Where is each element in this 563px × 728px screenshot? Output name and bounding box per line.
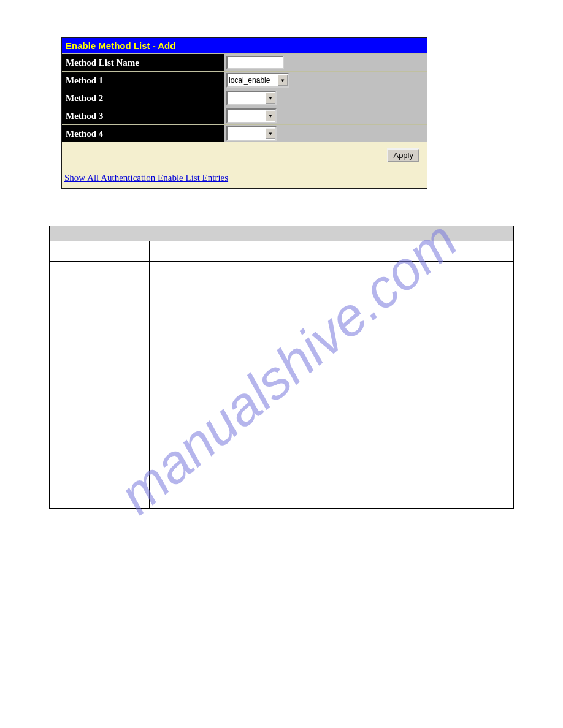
table-header-col1 [50, 241, 150, 262]
method-1-selected: local_enable [229, 76, 270, 85]
row-method-1: Method 1 local_enable ▼ [62, 71, 427, 89]
method-3-select[interactable]: ▼ [226, 108, 277, 123]
row-method-list-name: Method List Name [62, 53, 427, 71]
top-rule [49, 25, 514, 25]
chevron-down-icon: ▼ [266, 128, 275, 139]
label-method-4: Method 4 [62, 125, 224, 142]
chevron-down-icon: ▼ [266, 110, 275, 121]
method-list-name-input[interactable] [226, 56, 284, 69]
cell-method-1: local_enable ▼ [224, 72, 427, 89]
cell-method-4: ▼ [224, 125, 427, 142]
table-body-col1 [50, 262, 150, 509]
chevron-down-icon: ▼ [266, 93, 275, 104]
table-body-col2 [150, 262, 514, 509]
chevron-down-icon: ▼ [278, 75, 288, 86]
row-method-3: Method 3 ▼ [62, 107, 427, 124]
row-method-2: Method 2 ▼ [62, 89, 427, 107]
row-method-4: Method 4 ▼ [62, 124, 427, 142]
apply-button[interactable]: Apply [387, 148, 419, 162]
description-table [49, 226, 514, 509]
label-method-1: Method 1 [62, 72, 224, 89]
method-1-select[interactable]: local_enable ▼ [226, 73, 289, 88]
panel-footer: Apply Show All Authentication Enable Lis… [62, 142, 427, 188]
label-method-3: Method 3 [62, 107, 224, 124]
table-header-col2 [150, 241, 514, 262]
table-title-row [50, 226, 514, 241]
enable-method-list-panel: Enable Method List - Add Method List Nam… [61, 37, 427, 189]
label-method-list-name: Method List Name [62, 54, 224, 71]
cell-method-list-name [224, 54, 427, 71]
show-all-entries-link[interactable]: Show All Authentication Enable List Entr… [64, 173, 228, 183]
method-4-select[interactable]: ▼ [226, 126, 277, 141]
cell-method-2: ▼ [224, 89, 427, 107]
panel-title: Enable Method List - Add [62, 38, 427, 53]
cell-method-3: ▼ [224, 107, 427, 124]
label-method-2: Method 2 [62, 89, 224, 107]
method-2-select[interactable]: ▼ [226, 91, 277, 105]
